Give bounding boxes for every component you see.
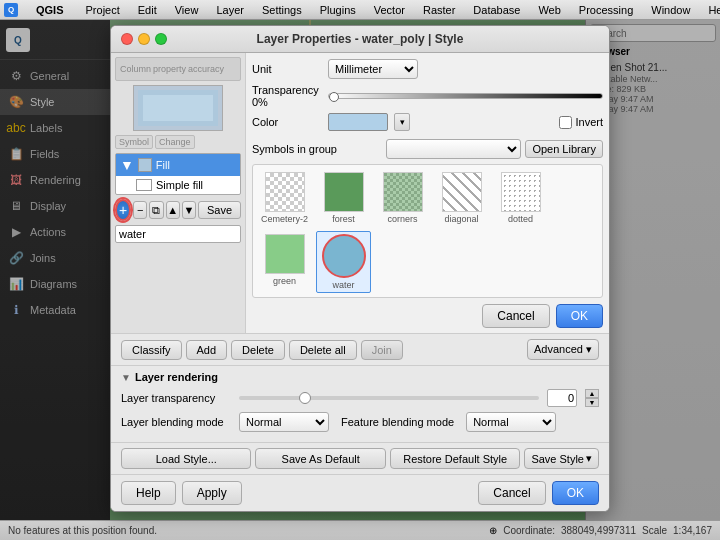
feature-blending-select[interactable]: Normal <box>466 412 556 432</box>
menubar-database[interactable]: Database <box>469 4 524 16</box>
menubar-window[interactable]: Window <box>647 4 694 16</box>
symbol-preview-diagonal <box>442 172 482 212</box>
transparency-bar[interactable] <box>328 93 603 99</box>
unit-select[interactable]: Millimeter <box>328 59 418 79</box>
delete-button[interactable]: Delete <box>231 340 285 360</box>
symbol-preview-water <box>322 234 366 278</box>
symbol-tile-dotted[interactable]: dotted <box>493 169 548 227</box>
transparency-label: Transparency 0% <box>252 84 322 108</box>
symbol-tile-diagonal[interactable]: diagonal <box>434 169 489 227</box>
symbol-tiles: Cemetery-2 forest corners <box>252 164 603 298</box>
delete-all-button[interactable]: Delete all <box>289 340 357 360</box>
advanced-button[interactable]: Advanced ▾ <box>527 339 599 360</box>
scale-label: Scale <box>642 525 667 536</box>
style-tabs-row: Column property accuracy <box>115 57 241 81</box>
tab-symbol[interactable]: Symbol <box>115 135 153 149</box>
symbol-ok-button[interactable]: OK <box>556 304 603 328</box>
fill-item-fill[interactable]: ▼ Fill <box>116 154 240 176</box>
dialog-minimize-btn[interactable] <box>138 33 150 45</box>
invert-label: Invert <box>575 116 603 128</box>
menubar-settings[interactable]: Settings <box>258 4 306 16</box>
layer-transparency-slider[interactable] <box>239 396 539 400</box>
save-as-default-button[interactable]: Save As Default <box>255 448 385 469</box>
restore-default-button[interactable]: Restore Default Style <box>390 448 520 469</box>
move-down-button[interactable]: ▼ <box>182 201 196 219</box>
transparency-row: Transparency 0% <box>252 84 603 108</box>
remove-layer-button[interactable]: − <box>133 201 147 219</box>
save-style-arrow-icon: ▾ <box>586 452 592 465</box>
join-button[interactable]: Join <box>361 340 403 360</box>
help-button[interactable]: Help <box>121 481 176 505</box>
fill-simple-label: Simple fill <box>156 179 203 191</box>
move-up-button[interactable]: ▲ <box>166 201 180 219</box>
dialog-maximize-btn[interactable] <box>155 33 167 45</box>
menubar-raster[interactable]: Raster <box>419 4 459 16</box>
open-library-button[interactable]: Open Library <box>525 140 603 158</box>
action-buttons-row: Classify Add Delete Delete all Join Adva… <box>111 333 609 365</box>
symbol-tile-corners[interactable]: corners <box>375 169 430 227</box>
save-style-button[interactable]: Save Style ▾ <box>524 448 599 469</box>
symbol-tile-forest[interactable]: forest <box>316 169 371 227</box>
color-swatch[interactable] <box>328 113 388 131</box>
transparency-spin-down[interactable]: ▼ <box>585 398 599 407</box>
fill-subitem-simple[interactable]: Simple fill <box>116 176 240 194</box>
style-save-button[interactable]: Save <box>198 201 241 219</box>
layer-transparency-thumb[interactable] <box>299 392 311 404</box>
layer-transparency-spinner: ▲ ▼ <box>585 389 599 407</box>
menubar-project[interactable]: Project <box>82 4 124 16</box>
style-left-panel: Column property accuracy <box>111 53 246 333</box>
cancel-button[interactable]: Cancel <box>478 481 545 505</box>
layer-rendering-section: ▼ Layer rendering Layer transparency ▲ ▼ <box>111 365 609 442</box>
blending-modes-row: Layer blending mode Normal Feature blend… <box>121 412 599 432</box>
symbol-tile-water[interactable]: water <box>316 231 371 293</box>
style-tab-property[interactable]: property <box>153 64 186 74</box>
tab-change[interactable]: Change <box>155 135 195 149</box>
layer-preview-svg <box>138 90 218 126</box>
layer-blending-select[interactable]: Normal <box>239 412 329 432</box>
symbol-tile-cemetery[interactable]: Cemetery-2 <box>257 169 312 227</box>
add-button[interactable]: Add <box>186 340 228 360</box>
layer-rendering-header[interactable]: ▼ Layer rendering <box>121 371 599 383</box>
symbol-cancel-button[interactable]: Cancel <box>482 304 549 328</box>
menubar-vector[interactable]: Vector <box>370 4 409 16</box>
menubar-edit[interactable]: Edit <box>134 4 161 16</box>
menubar-layer[interactable]: Layer <box>212 4 248 16</box>
load-save-style-row: Load Style... Save As Default Restore De… <box>111 442 609 474</box>
symbols-group-row: Symbols in group Open Library <box>252 139 603 159</box>
duplicate-layer-button[interactable]: ⧉ <box>149 201 163 219</box>
classify-button[interactable]: Classify <box>121 340 182 360</box>
transparency-spin-up[interactable]: ▲ <box>585 389 599 398</box>
menubar-web[interactable]: Web <box>534 4 564 16</box>
add-layer-button[interactable]: + <box>115 199 131 221</box>
statusbar-left-text: No features at this position found. <box>8 525 157 536</box>
layer-name-input[interactable] <box>115 225 241 243</box>
symbol-label-forest: forest <box>332 214 355 224</box>
layer-transparency-value[interactable] <box>547 389 577 407</box>
layer-rendering-title: Layer rendering <box>135 371 218 383</box>
menubar-app: QGIS <box>28 4 72 16</box>
dialog-titlebar: Layer Properties - water_poly | Style <box>111 26 609 53</box>
layer-preview <box>133 85 223 131</box>
transparency-thumb[interactable] <box>329 92 339 102</box>
apply-button[interactable]: Apply <box>182 481 242 505</box>
symbol-tile-green[interactable]: green <box>257 231 312 293</box>
ok-button[interactable]: OK <box>552 481 599 505</box>
symbol-group-select[interactable] <box>386 139 522 159</box>
dialog-close-btn[interactable] <box>121 33 133 45</box>
style-tab-column[interactable]: Column <box>120 64 151 74</box>
color-dropdown-arrow[interactable]: ▾ <box>394 113 410 131</box>
load-style-button[interactable]: Load Style... <box>121 448 251 469</box>
menubar-help[interactable]: Help <box>704 4 720 16</box>
footer-right-buttons: Cancel OK <box>478 481 599 505</box>
fill-icon <box>138 158 152 172</box>
symbol-label-diagonal: diagonal <box>444 214 478 224</box>
layer-properties-dialog: Layer Properties - water_poly | Style Co… <box>110 25 610 512</box>
style-tab-accuracy[interactable]: accuracy <box>188 64 224 74</box>
menubar-plugins[interactable]: Plugins <box>316 4 360 16</box>
symbol-preview-corners <box>383 172 423 212</box>
symbol-label-green: green <box>273 276 296 286</box>
menubar-view[interactable]: View <box>171 4 203 16</box>
menubar-processing[interactable]: Processing <box>575 4 637 16</box>
fill-swatch <box>136 179 152 191</box>
invert-checkbox[interactable] <box>559 116 572 129</box>
